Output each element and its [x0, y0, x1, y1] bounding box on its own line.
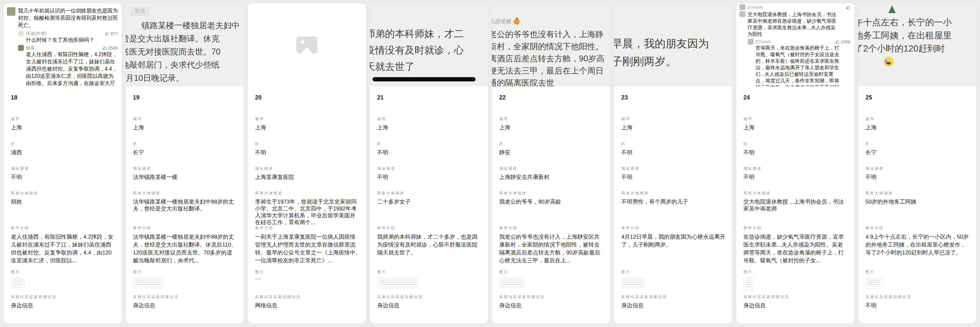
reply-text: 什么时候？生了其他疾病吗？ — [26, 37, 118, 44]
field-district-value: 不明 — [377, 149, 482, 156]
field-image-label: 图片 — [621, 270, 725, 274]
record-card[interactable]: 20 城市 上海 区 不明 地址描述 上海某康复医院 死者大体描述 李昶生于19… — [248, 3, 366, 324]
avatar — [740, 11, 745, 17]
field-city: 城市 上海 — [11, 116, 115, 131]
field-deceased: 死者大体描述 50岁的外地务工阿姨 — [865, 191, 970, 205]
record-number: 21 — [377, 94, 383, 101]
broken-image-icon — [296, 37, 317, 54]
field-city-value: 上海 — [621, 124, 725, 131]
field-deceased-value: 交大电院退休教授，上海书协会员，书法家吴中南老师 — [743, 198, 848, 212]
reply-header: 柿油(作者)977 — [18, 30, 118, 37]
field-direct-label: 直接信息还是间接信息 — [377, 295, 482, 300]
like-count — [846, 5, 850, 10]
record-number: 18 — [11, 94, 18, 101]
field-address-label: 地址描述 — [377, 166, 482, 171]
record-card[interactable]: 午十点左右，长宁的一小地务工阿姨，在出租屋里了2个小时的120赶到时 25 城市… — [858, 3, 977, 324]
record-image[interactable]: 师弟的本科师妹，才二疫情没有及时就诊，心天就去世了 — [370, 3, 488, 86]
screenshot-text-line: 晚敲邻居门，央求代少些纸 — [126, 58, 244, 71]
record-image[interactable] — [248, 3, 366, 86]
record-image[interactable]: ETHAN交大电院退休教授，上海书协会员，书法家吴中南老师在急诊病逝，缺少氧气等… — [736, 3, 854, 86]
field-district: 区 不明 — [377, 142, 482, 156]
record-image[interactable]: 早晨，我的朋友因为子刚刚两岁。 — [614, 3, 732, 86]
field-address-value: 不明 — [11, 174, 115, 180]
field-city-value: 上海 — [865, 124, 970, 131]
record-card[interactable]: 师弟的本科师妹，才二疫情没有及时就诊，心天就去世了 21 城市 上海 区 不明 … — [370, 3, 488, 324]
field-city-label: 城市 — [377, 116, 482, 121]
field-event-label: 事件介绍 — [133, 226, 237, 230]
wechat-screenshot-thumbnail[interactable] — [743, 278, 754, 291]
wechat-screenshot-thumbnail[interactable] — [865, 278, 883, 289]
field-district: 区 不明 — [743, 142, 848, 156]
screenshot-text-line: 老公的爷爷也没有计入，上海静 — [492, 28, 610, 40]
field-city: 城市 上海 — [377, 116, 482, 131]
field-address-value: 不明 — [377, 174, 482, 180]
screenshot-text-line: 子刚刚两岁。 — [614, 53, 732, 70]
wechat-comment-thread: 我几十年前就认识的一位胡姓朋友也是因为封控、核酸检测等原因没有得到及时救治而死亡… — [3, 3, 122, 86]
field-deceased-value: 法华镇路某楼一楼独居老夫妇中88岁的丈夫，曾经是交大出版社翻译。 — [133, 198, 237, 212]
field-deceased-label: 死者大体描述 — [865, 191, 970, 196]
field-district: 区 静安 — [499, 142, 603, 156]
comment-text: 我几十年前就认识的一位胡姓朋友也是因为封控、核酸检测等原因没有得到及时救治而死亡… — [18, 7, 118, 29]
like-number: 3506 — [108, 46, 118, 51]
field-direct-value: 身边信息 — [743, 302, 848, 309]
wechat-screenshot-thumbnail[interactable] — [133, 278, 163, 288]
field-direct: 直接信息还是间接信息 不明 — [865, 295, 970, 309]
commenter-name: 敏宴 — [26, 45, 35, 51]
record-card[interactable]: 早晨，我的朋友因为子刚刚两岁。 23 城市 上海 区 不明 地址描述 不明 死者… — [614, 3, 732, 324]
record-fields: 25 城市 上海 区 长宁 地址描述 不明 死者大体描述 50岁的外地务工阿姨 — [858, 86, 977, 324]
screenshot-text: 早晨，我的朋友因为子刚刚两岁。 — [614, 35, 732, 70]
field-event: 事件介绍 我老公的爷爷也没有计入，上海静安区共康新村，全家阴的情况下他阳性，被转… — [499, 226, 603, 265]
field-event: 事件介绍 老人住浦西，有陈旧性脑梗，4.2摔跤，女儿被封在浦东过不了江，妹妹们虽… — [11, 226, 115, 265]
field-deceased: 死者大体描述 我老公的爷爷，90岁高龄 — [499, 191, 603, 205]
wechat-screenshot-thumbnail[interactable] — [377, 278, 418, 288]
thumbs-up-icon — [105, 32, 109, 36]
field-address: 地址描述 不明 — [377, 166, 482, 180]
field-city: 城市 上海 — [499, 116, 603, 131]
field-city: 城市 上海 — [133, 116, 237, 131]
record-card[interactable]: ETHAN交大电院退休教授，上海书协会员，书法家吴中南老师在急诊病逝，缺少氧气等… — [736, 3, 854, 324]
record-card[interactable]: 置顶镇路某楼一楼独居老夫妇中曾是交大出版社翻译。休克送医无对接医院而去世。70晚… — [126, 3, 244, 324]
comment-reply: 敏宴3506老人住浦西，有陈旧性脑梗，4.2摔跤，女儿被封在浦东过不了江，妹妹们… — [18, 45, 118, 86]
record-image[interactable]: 鼠甜橙酱老公的爷爷也没有计入，上海静新村，全家阴的情况下他阳性。离酒店后差点转去… — [492, 3, 610, 86]
field-deceased-label: 死者大体描述 — [255, 191, 360, 196]
record-image[interactable]: 我几十年前就认识的一位胡姓朋友也是因为封控、核酸检测等原因没有得到及时救治而死亡… — [3, 3, 122, 86]
field-city-label: 城市 — [11, 116, 115, 121]
record-image[interactable]: 午十点左右，长宁的一小地务工阿姨，在出租屋里了2个小时的120赶到时 — [858, 3, 977, 86]
field-address-value: 不明 — [743, 174, 848, 180]
field-city-value: 上海 — [133, 124, 237, 131]
field-event-label: 事件介绍 — [743, 226, 848, 230]
screenshot-text-line: 送医无对接医院而去世。70 — [126, 45, 244, 58]
field-deceased-value: 二十多岁女子 — [377, 198, 482, 205]
thumbs-up-icon — [103, 46, 107, 50]
card-board: 我几十年前就认识的一位胡姓朋友也是因为封控、核酸检测等原因没有得到及时救治而死亡… — [0, 0, 980, 327]
field-deceased: 死者大体描述 法华镇路某楼一楼独居老夫妇中88岁的丈夫，曾经是交大出版社翻译。 — [133, 191, 237, 212]
field-event: 事件介绍 4月12日早晨，我的朋友因为心梗永远离开了，儿子刚刚两岁。 — [621, 226, 725, 249]
like-number: 977 — [110, 31, 118, 36]
loading-thumbnail[interactable] — [255, 278, 261, 280]
field-address-label: 地址描述 — [11, 166, 115, 171]
comment-reply: 柿油(作者)977什么时候？生了其他疾病吗？ — [18, 30, 118, 44]
field-district-value: 长宁 — [865, 149, 970, 156]
record-number: 25 — [865, 94, 872, 101]
field-deceased: 死者大体描述 不明男性，有个两岁的儿子 — [621, 191, 725, 205]
record-fields: 21 城市 上海 区 不明 地址描述 不明 死者大体描述 二十多岁女子 — [370, 86, 488, 324]
wechat-screenshot-thumbnail[interactable] — [11, 278, 25, 288]
field-deceased: 死者大体描述 李昶生于1973年，曾就读于北京史家胡同小学、北京二中、北京四中，… — [255, 191, 360, 226]
field-district-label: 区 — [133, 142, 237, 147]
field-district-value: 长宁 — [133, 149, 237, 156]
record-fields: 19 城市 上海 区 长宁 地址描述 法华镇路某楼一楼 死者大体描述 法华镇路某… — [126, 86, 244, 324]
record-image[interactable]: 置顶镇路某楼一楼独居老夫妇中曾是交大出版社翻译。休克送医无对接医院而去世。70晚… — [126, 3, 244, 86]
field-city: 城市 上海 — [865, 116, 970, 131]
screenshot-text-line: 新村，全家阴的情况下他阳性。 — [492, 40, 610, 53]
field-address-label: 地址描述 — [865, 166, 970, 171]
screenshot-text: 镇路某楼一楼独居老夫妇中曾是交大出版社翻译。休克送医无对接医院而去世。70晚敲邻… — [126, 19, 244, 85]
wechat-screenshot-thumbnail[interactable] — [621, 278, 646, 288]
field-event: 事件介绍 4.9上午十点左右，长宁的一小区内，50岁的外地务工阿姨，在出租屋里心… — [865, 226, 970, 257]
field-event: 事件介绍 在急诊病逝，缺少氧气等医疗资源，哀求医生求职未果...夫人亦感染为阳性… — [743, 226, 848, 265]
field-deceased-value: 胡姓 — [11, 198, 115, 205]
wechat-screenshot-thumbnail[interactable] — [499, 278, 525, 288]
field-direct-value: 网络信息 — [255, 302, 360, 309]
record-card[interactable]: 鼠甜橙酱老公的爷爷也没有计入，上海静新村，全家阴的情况下他阳性。离酒店后差点转去… — [492, 3, 610, 324]
record-fields: 24 城市 上海 区 不明 地址描述 不明 死者大体描述 交大电院退休教授，上海… — [736, 86, 854, 324]
record-card[interactable]: 我几十年前就认识的一位胡姓朋友也是因为封控、核酸检测等原因没有得到及时救治而死亡… — [3, 3, 122, 324]
